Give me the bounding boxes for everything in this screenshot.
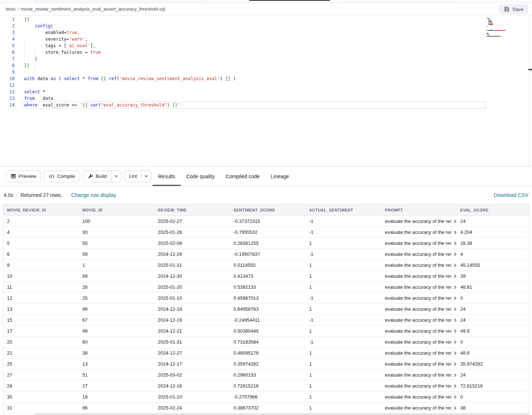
- code-line[interactable]: 9: [0, 69, 532, 75]
- preview-button[interactable]: Preview: [6, 171, 41, 182]
- column-header[interactable]: MOVIE_REVIEW_ID: [3, 208, 79, 212]
- code-line[interactable]: 4 severity='warn',: [0, 36, 532, 42]
- expand-prompt-icon[interactable]: [454, 253, 457, 256]
- expand-prompt-icon[interactable]: [454, 329, 457, 333]
- cell-prompt: evaluate the accuracy of the res…: [381, 229, 457, 235]
- download-csv-link[interactable]: Download CSV: [494, 192, 528, 198]
- build-dropdown[interactable]: [111, 171, 121, 182]
- horizontal-scrollbar-thumb[interactable]: [35, 413, 529, 415]
- code-line[interactable]: 8}}: [0, 62, 532, 69]
- expand-prompt-icon[interactable]: [454, 406, 457, 410]
- cell-review-time: 2024-12-17: [154, 361, 230, 367]
- cell-movie-id: 67: [79, 317, 154, 323]
- save-button[interactable]: Save: [499, 4, 528, 14]
- table-row: 12 25 2025-01-10 0.45967013 -1 evaluate …: [3, 293, 529, 304]
- expand-prompt-icon[interactable]: [454, 340, 457, 344]
- horizontal-scrollbar[interactable]: [3, 413, 529, 415]
- compile-button[interactable]: Compile: [44, 171, 80, 182]
- column-header[interactable]: PROMPT: [381, 208, 457, 212]
- code-line[interactable]: 11: [0, 82, 532, 89]
- cell-actual-sentiment: 1: [306, 350, 381, 356]
- active-file-tab[interactable]: [249, 0, 330, 3]
- expand-prompt-icon[interactable]: [454, 263, 457, 267]
- cell-eval-score: 46.61: [457, 284, 529, 290]
- cell-prompt: evaluate the accuracy of the res…: [381, 405, 457, 411]
- line-number: 2: [0, 23, 15, 29]
- prompt-preview: evaluate the accuracy of the res…: [385, 383, 452, 389]
- expand-prompt-icon[interactable]: [454, 373, 457, 377]
- expand-prompt-icon[interactable]: [454, 285, 457, 289]
- compile-label: Compile: [57, 173, 75, 179]
- code-line[interactable]: 6 store_failures = true: [0, 49, 532, 56]
- line-number: 10: [0, 75, 15, 82]
- line-number: 4: [0, 36, 15, 42]
- code-line[interactable]: 12select *: [0, 89, 532, 95]
- code-line[interactable]: 14where eval_score <= '{{ var("eval_accu…: [0, 102, 532, 108]
- cell-eval-score: 48.6: [457, 350, 529, 356]
- code-line[interactable]: 13from data: [0, 95, 532, 102]
- code-line[interactable]: 10with data as ( select * from {{ ref('m…: [0, 75, 532, 82]
- prompt-preview: evaluate the accuracy of the res…: [385, 295, 452, 301]
- cell-eval-score: 0: [457, 339, 529, 345]
- code-line[interactable]: 7 ): [0, 56, 532, 62]
- scrollbar-marker[interactable]: [528, 69, 532, 70]
- column-header[interactable]: REVIEW_TIME: [154, 208, 230, 212]
- cell-review-time: 2024-12-27: [154, 350, 230, 356]
- code-line[interactable]: 5 tags = ['ai_eval'],: [0, 42, 532, 49]
- save-label: Save: [512, 7, 524, 12]
- code-line[interactable]: 2 config(: [0, 23, 532, 29]
- change-row-display-link[interactable]: Change row display: [71, 192, 116, 198]
- table-row: 25 13 2024-12-17 0.35974282 1 evaluate t…: [3, 359, 529, 370]
- preview-label: Preview: [19, 173, 36, 179]
- cell-review-time: 2025-01-10: [154, 394, 230, 400]
- line-number: 11: [0, 82, 15, 89]
- prompt-preview: evaluate the accuracy of the res…: [385, 394, 452, 400]
- cell-movie-review-id: 20: [3, 339, 79, 345]
- expand-prompt-icon[interactable]: [454, 296, 457, 300]
- breadcrumb-folder[interactable]: tests: [6, 7, 15, 12]
- build-button[interactable]: Build: [83, 171, 111, 182]
- expand-prompt-icon[interactable]: [454, 384, 457, 388]
- expand-prompt-icon[interactable]: [454, 220, 457, 223]
- tab-compiled-code[interactable]: Compiled code: [220, 167, 265, 186]
- panel-bar: Preview Compile Build: [0, 167, 532, 186]
- editor-minimap[interactable]: [487, 17, 524, 37]
- cell-sentiment-score: -0.19507837: [230, 251, 306, 257]
- tab-lineage[interactable]: Lineage: [265, 167, 295, 186]
- column-header[interactable]: EVAL_SCORE: [457, 208, 529, 212]
- lint-button[interactable]: Lint: [125, 171, 142, 182]
- column-header[interactable]: SENTIMENT_SCORE: [230, 208, 306, 212]
- cell-review-time: 2024-12-19: [154, 306, 230, 312]
- line-number: 13: [0, 95, 15, 102]
- column-header[interactable]: MOVIE_ID: [79, 208, 154, 212]
- cell-eval-score: 0: [457, 295, 529, 301]
- cell-movie-review-id: 21: [3, 350, 79, 356]
- cell-movie-review-id: 13: [3, 306, 79, 312]
- code-line[interactable]: 1{{: [0, 16, 532, 23]
- editor-file-tab[interactable]: [35, 0, 200, 3]
- line-number: 7: [0, 56, 15, 62]
- expand-prompt-icon[interactable]: [454, 307, 457, 311]
- rows-returned: Returned 27 rows.: [20, 192, 62, 198]
- cell-movie-id: 89: [79, 306, 154, 312]
- cell-movie-review-id: 30: [3, 394, 79, 400]
- code-line[interactable]: 3 enabled=true,: [0, 29, 532, 36]
- editor-file-tab[interactable]: [346, 0, 454, 3]
- expand-prompt-icon[interactable]: [454, 242, 457, 245]
- tab-code-quality[interactable]: Code quality: [181, 167, 220, 186]
- expand-prompt-icon[interactable]: [454, 362, 457, 366]
- expand-prompt-icon[interactable]: [454, 274, 457, 278]
- column-header[interactable]: ACTUAL_SENTIMENT: [306, 208, 381, 212]
- expand-prompt-icon[interactable]: [454, 351, 457, 355]
- tab-results[interactable]: Results: [153, 167, 181, 186]
- code-lines: 1{{2 config(3 enabled=true,4 severity='w…: [0, 15, 532, 108]
- table-row: 21 38 2024-12-27 0.48595178 1 evaluate t…: [3, 348, 529, 359]
- expand-prompt-icon[interactable]: [454, 231, 457, 234]
- editor-scrollbar[interactable]: [529, 15, 532, 166]
- cell-sentiment-score: 0.45967013: [230, 295, 306, 301]
- wrench-icon: [88, 173, 93, 179]
- expand-prompt-icon[interactable]: [454, 395, 457, 399]
- cell-sentiment-score: 0.5114555: [230, 262, 306, 268]
- code-editor[interactable]: 1{{2 config(3 enabled=true,4 severity='w…: [0, 15, 532, 167]
- expand-prompt-icon[interactable]: [454, 318, 457, 322]
